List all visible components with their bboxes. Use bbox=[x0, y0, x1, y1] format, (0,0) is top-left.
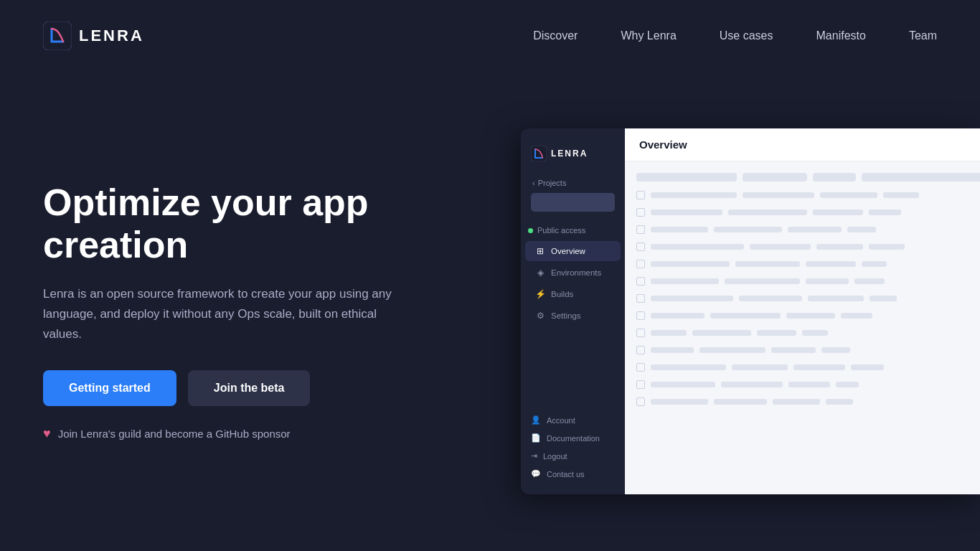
sidebar-projects-bar bbox=[531, 193, 615, 212]
documentation-icon: 📄 bbox=[531, 433, 541, 443]
skeleton-row-7 bbox=[636, 292, 969, 305]
sidebar-logo-text: LENRA bbox=[551, 149, 588, 159]
skel-c1 bbox=[651, 192, 737, 198]
skeleton-row-9 bbox=[636, 326, 969, 339]
logo-text: LENRA bbox=[79, 27, 144, 45]
skeleton-row-3 bbox=[636, 223, 969, 236]
sidebar-item-contact[interactable]: 💬 Contact us bbox=[525, 465, 621, 483]
nav-item-use-cases[interactable]: Use cases bbox=[720, 29, 773, 42]
skeleton-row-10 bbox=[636, 344, 969, 357]
hero-description: Lenra is an open source framework to cre… bbox=[43, 284, 402, 344]
preview-sidebar: LENRA ‹ Projects Public access ⊞ Overvie… bbox=[521, 128, 625, 494]
skeleton-row-2 bbox=[636, 206, 969, 219]
logo-area[interactable]: LENRA bbox=[43, 22, 144, 50]
sidebar-public-access: Public access bbox=[521, 223, 625, 240]
skel-h1 bbox=[636, 173, 737, 182]
account-icon: 👤 bbox=[531, 415, 541, 425]
skel-h2 bbox=[743, 173, 807, 182]
getting-started-button[interactable]: Getting started bbox=[43, 370, 176, 406]
skeleton-header-row bbox=[636, 173, 969, 182]
preview-main: Overview bbox=[625, 128, 980, 494]
sidebar-projects-label: ‹ Projects bbox=[528, 176, 618, 190]
navbar: LENRA Discover Why Lenra Use cases Manif… bbox=[0, 0, 980, 72]
nav-item-discover[interactable]: Discover bbox=[533, 29, 578, 42]
main-content: Optimize your app creation Lenra is an o… bbox=[0, 72, 980, 551]
guild-text: Join Lenra's guild and become a GitHub s… bbox=[58, 428, 291, 440]
svg-rect-0 bbox=[43, 22, 72, 50]
logo-icon bbox=[43, 22, 72, 50]
sidebar-projects-section: ‹ Projects bbox=[521, 176, 625, 217]
overview-icon: ⊞ bbox=[535, 246, 545, 256]
skeleton-row-13 bbox=[636, 395, 969, 408]
sidebar-logo-icon bbox=[531, 146, 547, 161]
nav-item-manifesto[interactable]: Manifesto bbox=[816, 29, 866, 42]
app-preview: LENRA ‹ Projects Public access ⊞ Overvie… bbox=[521, 128, 980, 494]
skeleton-row-1 bbox=[636, 189, 969, 202]
skeleton-row-4 bbox=[636, 240, 969, 253]
heart-icon: ♥ bbox=[43, 426, 51, 441]
nav-links: Discover Why Lenra Use cases Manifesto T… bbox=[533, 29, 937, 42]
sidebar-logo: LENRA bbox=[521, 140, 625, 176]
preview-header: Overview bbox=[625, 128, 980, 161]
skeleton-row-11 bbox=[636, 361, 969, 374]
guild-link[interactable]: ♥ Join Lenra's guild and become a GitHub… bbox=[43, 426, 473, 441]
sidebar-bottom: 👤 Account 📄 Documentation ⇥ Logout 💬 Con… bbox=[521, 411, 625, 483]
nav-item-why-lenra[interactable]: Why Lenra bbox=[621, 29, 676, 42]
contact-icon: 💬 bbox=[531, 469, 541, 479]
settings-icon: ⚙ bbox=[535, 311, 545, 321]
sidebar-item-settings[interactable]: ⚙ Settings bbox=[525, 306, 621, 326]
sidebar-item-logout[interactable]: ⇥ Logout bbox=[525, 447, 621, 465]
skel-h3 bbox=[813, 173, 856, 182]
logout-icon: ⇥ bbox=[531, 451, 537, 461]
svg-rect-1 bbox=[531, 146, 547, 161]
hero-title: Optimize your app creation bbox=[43, 182, 473, 268]
sidebar-item-builds[interactable]: ⚡ Builds bbox=[525, 284, 621, 304]
skeleton-row-5 bbox=[636, 258, 969, 270]
environments-icon: ◈ bbox=[535, 268, 545, 278]
skel-h4 bbox=[862, 173, 980, 182]
skeleton-row-8 bbox=[636, 309, 969, 322]
builds-icon: ⚡ bbox=[535, 289, 545, 299]
skeleton-row-6 bbox=[636, 275, 969, 288]
preview-body bbox=[625, 161, 980, 494]
sidebar-item-documentation[interactable]: 📄 Documentation bbox=[525, 429, 621, 447]
join-beta-button[interactable]: Join the beta bbox=[188, 370, 311, 406]
sidebar-item-environments[interactable]: ◈ Environments bbox=[525, 263, 621, 283]
nav-item-team[interactable]: Team bbox=[909, 29, 937, 42]
skel-cb-1 bbox=[636, 191, 645, 199]
hero-buttons: Getting started Join the beta bbox=[43, 370, 473, 406]
skeleton-row-12 bbox=[636, 378, 969, 391]
status-dot-green bbox=[528, 228, 533, 233]
sidebar-item-overview[interactable]: ⊞ Overview bbox=[525, 241, 621, 261]
sidebar-item-account[interactable]: 👤 Account bbox=[525, 411, 621, 429]
hero-section: Optimize your app creation Lenra is an o… bbox=[43, 182, 473, 442]
